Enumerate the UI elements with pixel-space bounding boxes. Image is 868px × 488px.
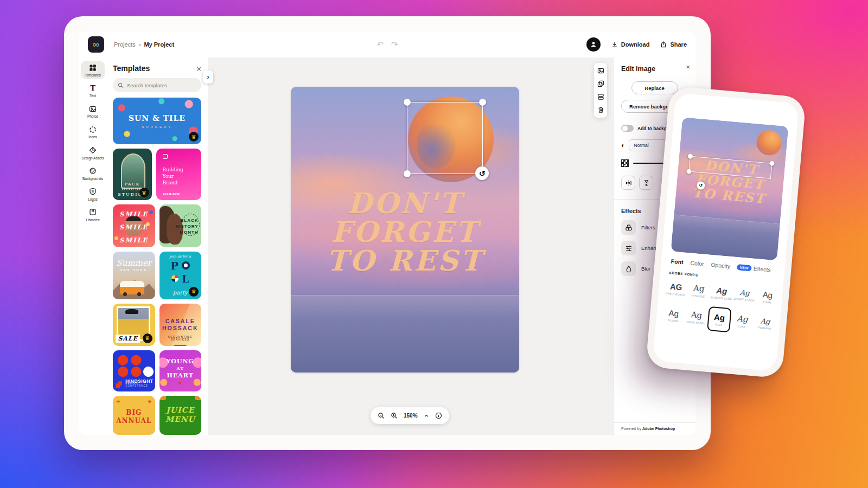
flip-horizontal-button[interactable] xyxy=(621,176,635,190)
duplicate-icon[interactable] xyxy=(597,80,604,87)
svg-text:B: B xyxy=(92,190,94,194)
undo-icon[interactable]: ↶ xyxy=(376,40,384,49)
ocean-graphic xyxy=(291,296,519,373)
template-card-sale[interactable]: SALE ♛ xyxy=(113,304,155,346)
edit-panel-close-icon[interactable]: × xyxy=(686,63,690,71)
photos-icon xyxy=(89,105,97,113)
avatar[interactable] xyxy=(586,37,601,52)
sidebar-item-design-assets[interactable]: Design Assets xyxy=(81,144,105,162)
tab-font[interactable]: Font xyxy=(671,258,684,265)
desktop-background: { "icons": { "logo_infinity": "∞", "undo… xyxy=(0,0,868,488)
template-card-summer-van-tour[interactable]: Summer VAN TOUR xyxy=(113,252,155,299)
sidebar-item-text[interactable]: T Text xyxy=(81,81,105,100)
creative-cloud-logo[interactable]: ∞ xyxy=(88,36,104,53)
sidebar-item-photos[interactable]: Photos xyxy=(81,102,105,120)
share-button[interactable]: Share xyxy=(660,41,687,48)
phone-design-canvas[interactable]: DON'T FORGET TO REST ↺ xyxy=(671,117,789,260)
premium-crown-badge: ♛ xyxy=(143,333,152,343)
layers-icon[interactable] xyxy=(597,93,604,100)
templates-panel: Templates × › SUN & TILE NURSERY ♛ xyxy=(106,57,208,435)
card-title: Summer xyxy=(113,258,155,268)
rail-label: Design Assets xyxy=(81,156,104,160)
sidebar-item-icons[interactable]: Icons xyxy=(81,123,105,141)
zoom-in-icon[interactable] xyxy=(391,412,398,419)
font-option[interactable]: Ag SOURCE SANS xyxy=(709,280,734,306)
panel-collapse-chevron[interactable]: › xyxy=(203,70,213,84)
template-grid: SUN & TILE NURSERY ♛ PACK HOUSE STUDIOS … xyxy=(113,98,201,435)
enhancements-icon xyxy=(621,241,636,255)
template-card-juice-menu[interactable]: JUICE MENU xyxy=(159,396,202,435)
card-title: SMILE xyxy=(113,234,155,247)
rotate-handle[interactable]: ↺ xyxy=(475,166,489,180)
resize-handle-top-left[interactable] xyxy=(688,153,693,159)
sidebar-item-backgrounds[interactable]: Backgrounds xyxy=(81,164,105,183)
template-card-sun-tile[interactable]: SUN & TILE NURSERY ♛ xyxy=(113,98,201,144)
search-input[interactable] xyxy=(127,82,187,88)
template-card-pool-party[interactable]: join us for a P L party ♛ xyxy=(159,252,202,299)
template-card-black-history-month[interactable]: BLACK HISTORY MONTH xyxy=(159,204,202,247)
infinity-glyph: ∞ xyxy=(93,40,100,49)
card-logo-mark xyxy=(163,154,168,159)
person-icon xyxy=(590,41,597,48)
premium-crown-badge: ♛ xyxy=(139,188,149,197)
font-option[interactable]: AG CHERI BLACK xyxy=(663,276,688,303)
font-option[interactable]: Ag SHORT STACK xyxy=(732,282,757,309)
resize-handle-top-left[interactable] xyxy=(404,99,411,106)
font-option[interactable]: Ag LUST xyxy=(730,308,755,335)
template-card-young-at-heart[interactable]: YOUNG AT HEART ♥ xyxy=(159,350,202,391)
card-title: SMILE xyxy=(113,221,155,234)
card-title: JUICE xyxy=(159,406,202,415)
redo-icon[interactable]: ↷ xyxy=(391,40,398,49)
card-title: BIG xyxy=(113,409,155,417)
libraries-icon xyxy=(89,208,97,216)
tab-effects-label: Effects xyxy=(753,265,771,273)
caret-up-icon[interactable] xyxy=(424,413,429,419)
replace-button[interactable]: Replace xyxy=(631,81,678,94)
design-canvas[interactable]: DON'T FORGET TO REST ↺ xyxy=(291,87,519,373)
opacity-checker-icon xyxy=(621,159,629,167)
template-card-hindsight[interactable]: HINDSIGHT DESIGN CONFERENCE xyxy=(113,350,155,391)
font-option[interactable]: Ag FURIANA xyxy=(752,310,777,337)
sidebar-item-templates[interactable]: Templates xyxy=(81,61,105,79)
zoom-level[interactable]: 150% xyxy=(404,413,418,419)
template-card-building-brand[interactable]: Building Your Brand 10AM-8PM xyxy=(156,149,202,200)
font-option[interactable]: Ag FILSON xyxy=(661,302,686,329)
phone-device-frame: DON'T FORGET TO REST ↺ Font Color Opacit… xyxy=(646,86,806,378)
add-to-background-toggle[interactable] xyxy=(621,125,634,132)
canvas-headline-text[interactable]: DON'T FORGET TO REST xyxy=(291,189,519,275)
template-card-big-annual[interactable]: BIG ANNUAL xyxy=(113,396,155,435)
zoom-out-icon[interactable] xyxy=(378,412,385,419)
card-title: BLACK HISTORY MONTH xyxy=(175,217,198,235)
card-letter: L xyxy=(182,273,189,285)
card-title: Building xyxy=(163,166,202,173)
backgrounds-icon xyxy=(89,167,97,175)
edit-panel-title: Edit image xyxy=(621,65,688,73)
breadcrumb-projects[interactable]: Projects xyxy=(114,41,136,48)
template-card-smile[interactable]: SMILE SMILE SMILE xyxy=(113,204,155,247)
sidebar-item-logos[interactable]: B Logos xyxy=(81,185,105,203)
info-icon[interactable] xyxy=(435,412,442,419)
template-card-pack-house[interactable]: PACK HOUSE STUDIOS ♛ xyxy=(113,149,152,200)
trash-icon[interactable] xyxy=(597,106,604,113)
font-option-selected[interactable]: Ag GIGA xyxy=(707,306,732,333)
text-icon: T xyxy=(90,84,95,92)
templates-close-icon[interactable]: × xyxy=(196,65,201,73)
resize-handle-top-right[interactable] xyxy=(479,99,486,106)
phone-sphere-element[interactable] xyxy=(756,129,783,156)
tab-color[interactable]: Color xyxy=(690,260,704,267)
sidebar-item-libraries[interactable]: Libraries xyxy=(81,206,105,224)
download-button[interactable]: Download xyxy=(611,41,650,48)
card-title: YOUNG xyxy=(159,358,202,365)
tab-effects[interactable]: NEW Effects xyxy=(737,264,771,273)
template-card-casale-hossack[interactable]: CASALE HOSSACK ACCOUNTING SERVICES xyxy=(159,304,202,346)
premium-crown-badge: ♛ xyxy=(189,132,199,142)
font-option[interactable]: Ag TITAN xyxy=(755,284,780,310)
resize-handle-bottom-left[interactable] xyxy=(404,170,411,177)
selection-box[interactable]: ↺ xyxy=(407,102,483,174)
replace-image-icon[interactable] xyxy=(597,67,604,74)
tab-opacity[interactable]: Opacity xyxy=(711,261,731,269)
flip-vertical-button[interactable] xyxy=(639,176,653,190)
font-option[interactable]: Ag NEUE KABEL xyxy=(684,304,709,331)
template-search[interactable] xyxy=(113,78,201,92)
font-option[interactable]: Ag IVYMODE xyxy=(686,278,711,304)
